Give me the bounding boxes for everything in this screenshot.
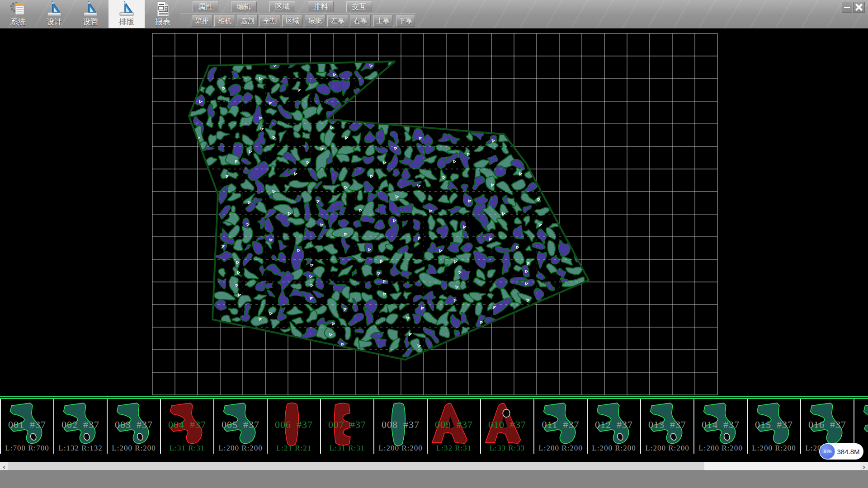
triangle-ruler-icon [82,0,99,18]
piece-lr-count: L:200 R:200 [641,444,693,453]
piece-name: 007_#37 [321,419,373,431]
piece-lr-count: L:32 R:31 [428,444,480,453]
horizontal-scrollbar[interactable]: ‹ › [0,462,868,470]
nesting-canvas-svg[interactable] [0,28,868,396]
piece-lr-count: L:200 R:200 [748,444,800,453]
piece-thumbnail-006_#37[interactable]: 006_#37L:21 R:21 [267,399,320,454]
menu-properties[interactable]: 属性 [193,1,218,12]
piece-name: 011_#37 [534,419,587,431]
launcher-nesting-label: 排版 [119,18,134,27]
piece-thumbnail-001_#37[interactable]: 001_#37L:700 R:700 [0,399,53,454]
piece-lr-count: L:200 R:200 [374,444,427,453]
tool-camera-button[interactable]: 相机 [214,15,235,27]
launcher-design-button[interactable]: 设计 [36,0,72,28]
piece-name: 004_#37 [161,419,213,431]
piece-thumbnail-007_#37[interactable]: 007_#37L:31 R:31 [320,399,373,454]
piece-thumbnail-013_#37[interactable]: 013_#37L:200 R:200 [640,399,693,454]
piece-lr-count: L:200 R:200 [108,444,160,453]
tool-snap-right-button[interactable]: 右靠 [350,15,371,27]
piece-lr-count: L:33 R:33 [481,444,533,453]
launcher-report-label: 报表 [155,18,170,27]
piece-thumbnail-012_#37[interactable]: 012_#37L:200 R:200 [587,399,640,454]
triangle-ruler-icon [118,0,135,18]
piece-name: 016_#37 [801,419,854,431]
launcher-nesting-button[interactable]: 排版 [108,0,145,28]
menu-interact[interactable]: 交互 [346,1,372,12]
tool-panel: 聚排相机选割全割区域瑕疵左靠右靠上靠下靠 [180,13,416,28]
piece-thumbnail-008_#37[interactable]: 008_#37L:200 R:200 [373,399,427,454]
piece-lr-count: L:200 R:200 [534,444,587,453]
tool-defect-button[interactable]: 瑕疵 [305,15,326,27]
piece-name: 012_#37 [588,419,640,431]
piece-lr-count: L:21 R:21 [268,444,320,453]
launcher-settings-label: 设置 [83,18,98,27]
scroll-right-button[interactable]: › [860,462,868,470]
piece-name: 008_#37 [374,419,427,431]
piece-thumbnail-009_#37[interactable]: 009_#37L:32 R:31 [427,399,480,454]
piece-name: 015_#37 [748,419,800,431]
chevron-left-icon: ‹ [3,463,5,470]
progress-circle: 38% [820,444,835,459]
status-bar [0,470,868,488]
launcher-design-label: 设计 [47,18,62,27]
tool-snap-top-button[interactable]: 上靠 [373,15,392,27]
piece-thumbnail-list: 001_#37L:700 R:700002_#37L:132 R:132003_… [0,399,868,454]
tool-cluster-nest-button[interactable]: 聚排 [192,15,212,27]
piece-thumbnail-strip: 001_#37L:700 R:700002_#37L:132 R:132003_… [0,396,868,462]
piece-name: 010_#37 [481,419,533,431]
tool-cut-all-button[interactable]: 全割 [259,15,280,27]
launcher-settings-button[interactable]: 设置 [72,0,108,28]
piece-lr-count: L:132 R:132 [54,444,107,453]
launcher-system-label: 系统 [10,18,26,27]
piece-lr-count: L:31 R:31 [321,444,373,453]
tool-zone-button[interactable]: 区域 [282,15,303,27]
memory-value: 384.8M [835,448,863,455]
piece-thumbnail-003_#37[interactable]: 003_#37L:200 R:200 [107,399,160,454]
piece-lr-count: L:200 R:200 [588,444,640,453]
menu-nest[interactable]: 排料 [308,1,334,12]
piece-thumbnail-010_#37[interactable]: 010_#37L:33 R:33 [480,399,533,454]
piece-lr-count: L:31 R:31 [161,444,213,453]
piece-name: 013_#37 [641,419,693,431]
piece-thumbnail-015_#37[interactable]: 015_#37L:200 R:200 [747,399,800,454]
launcher-report-button[interactable]: 报表 [145,0,181,28]
piece-thumbnail-002_#37[interactable]: 002_#37L:132 R:132 [53,399,107,454]
piece-thumbnail-004_#37[interactable]: 004_#37L:31 R:31 [160,399,213,454]
memory-usage-badge: 38% 384.8M [819,443,863,460]
triangle-ruler-icon [46,0,63,18]
close-button[interactable] [853,2,865,13]
piece-name: 003_#37 [108,419,160,431]
launcher-bar: 系统设计设置排版报表 [0,0,181,28]
minimize-button[interactable] [842,2,852,13]
tool-snap-left-button[interactable]: 左靠 [327,15,348,27]
minimize-icon [844,7,850,8]
piece-name: 002_#37 [54,419,107,431]
piece-shape [864,403,868,444]
piece-lr-count: L:200 R:200 [214,444,267,453]
piece-name: 005_#37 [214,419,267,431]
piece-name: 001_#37 [1,419,53,431]
report-doc-icon [154,0,171,18]
scroll-left-button[interactable]: ‹ [0,462,8,470]
piece-name: 009_#37 [428,419,480,431]
tool-snap-bottom-button[interactable]: 下靠 [396,15,415,27]
piece-thumbnail-011_#37[interactable]: 011_#37L:200 R:200 [533,399,587,454]
system-gear-icon [9,0,27,18]
piece-lr-count: L:200 R:200 [694,444,747,453]
tool-select-cut-button[interactable]: 选割 [237,15,258,27]
chevron-right-icon: › [863,463,865,470]
launcher-system-button[interactable]: 系统 [0,0,36,28]
progress-percent: 38% [822,449,832,454]
menu-edit[interactable]: 编辑 [231,1,257,12]
piece-thumbnail-005_#37[interactable]: 005_#37L:200 R:200 [213,399,267,454]
piece-lr-count: L:700 R:700 [1,444,53,453]
nesting-canvas[interactable] [0,28,868,396]
menu-region[interactable]: 区域 [269,1,295,12]
piece-name: 014_#37 [694,419,747,431]
main-toolbar: 系统设计设置排版报表 属性编辑区域排料交互 聚排相机选割全割区域瑕疵左靠右靠上靠… [0,0,868,28]
scrollbar-thumb[interactable] [8,462,704,470]
piece-name: 006_#37 [268,419,320,431]
close-icon [855,4,863,11]
piece-thumbnail-014_#37[interactable]: 014_#37L:200 R:200 [693,399,747,454]
